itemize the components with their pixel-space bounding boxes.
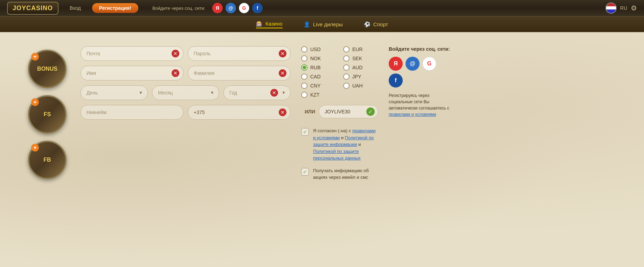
clear-date-button[interactable]: ✕	[270, 89, 278, 97]
phone-input[interactable]	[188, 105, 291, 120]
google-login-icon[interactable]: G	[239, 3, 249, 13]
promo-check-icon: ✓	[366, 107, 375, 116]
fs-label: FS	[44, 111, 51, 118]
firstname-input[interactable]	[81, 66, 183, 80]
right-terms-link[interactable]: правилами и условиями	[389, 112, 436, 117]
email-password-row: ✕ ✕	[81, 46, 291, 61]
name-row: ✕ ✕	[81, 66, 291, 80]
currency-aud-label: AUD	[352, 65, 363, 70]
nav-live-dealers[interactable]: 👤 Live дилеры	[304, 21, 343, 28]
sport-icon: ⚽	[364, 21, 371, 28]
register-button[interactable]: Регистрация!	[92, 3, 138, 13]
mail-login-icon[interactable]: @	[226, 3, 236, 13]
promo-text: Получать информацию об акциях через имей…	[313, 167, 378, 181]
nav-sport[interactable]: ⚽ Спорт	[364, 21, 388, 28]
social-text: Войдите через соц. сети:	[152, 6, 205, 11]
year-wrapper: Год 200019991998 ▼ ✕	[223, 85, 291, 100]
currency-cny-label: CNY	[310, 83, 321, 89]
currency-jpy-radio[interactable]	[343, 73, 349, 80]
currency-eur[interactable]: EUR	[343, 46, 378, 52]
currency-usd-label: USD	[310, 47, 321, 52]
day-select[interactable]: День 12345	[81, 85, 148, 100]
currency-cad[interactable]: CAD	[301, 73, 336, 80]
clear-email-button[interactable]: ✕	[172, 50, 179, 57]
email-input[interactable]	[81, 46, 183, 61]
agreement-terms: ✓ Я согласен (-на) с правилами и условия…	[301, 127, 378, 162]
right-google-icon[interactable]: G	[422, 57, 436, 71]
currency-cad-radio[interactable]	[301, 73, 307, 80]
language-selector[interactable]: RU	[620, 5, 627, 11]
currency-cny-radio[interactable]	[301, 83, 307, 89]
language-flag[interactable]	[605, 2, 617, 14]
logo: JOYCASINO	[7, 2, 58, 15]
currency-usd[interactable]: USD	[301, 46, 336, 52]
personal-data-link[interactable]: Политикой по защите персональных данных	[313, 149, 361, 161]
right-yandex-icon[interactable]: Я	[389, 57, 403, 71]
right-social-icons: Я @ G f	[389, 57, 452, 87]
currency-sek-label: SEK	[352, 56, 362, 61]
bonus-coin-bonus[interactable]: + BONUS	[28, 50, 67, 88]
nickname-phone-row: ✕	[81, 105, 291, 120]
currency-kzt-label: KZT	[310, 92, 319, 98]
currency-nok-radio[interactable]	[301, 55, 307, 62]
settings-icon[interactable]: ⚙	[631, 4, 637, 12]
clear-password-button[interactable]: ✕	[279, 50, 286, 57]
clear-firstname-button[interactable]: ✕	[172, 69, 179, 77]
lastname-field-wrapper: ✕	[188, 66, 291, 80]
currency-usd-radio[interactable]	[301, 46, 307, 52]
currency-cad-label: CAD	[310, 74, 321, 79]
lastname-input[interactable]	[188, 66, 291, 80]
date-row: День 12345 ▼ Месяц ЯнварьФевральМарт ▼ Г…	[81, 85, 291, 100]
bonus-coin-fs[interactable]: + FS	[28, 95, 67, 134]
currency-rub[interactable]: RUB	[301, 64, 336, 71]
right-social-panel: Войдите через соц. сети: Я @ G f Регистр…	[389, 46, 452, 267]
right-mail-icon[interactable]: @	[406, 57, 420, 71]
currency-uah-radio[interactable]	[343, 83, 349, 89]
nav-sport-label: Спорт	[373, 21, 388, 27]
currency-rub-radio[interactable]	[301, 64, 307, 71]
currency-rub-label: RUB	[310, 65, 321, 70]
promo-checkbox[interactable]: ✓	[301, 168, 309, 176]
bonus-plus-icon: +	[31, 53, 39, 61]
currency-kzt[interactable]: KZT	[301, 92, 336, 98]
currency-aud-radio[interactable]	[343, 64, 349, 71]
year-select[interactable]: Год 200019991998	[223, 85, 291, 100]
header-right: RU ⚙	[605, 2, 637, 14]
currency-eur-label: EUR	[352, 47, 363, 52]
registration-form: ✕ ✕ ✕ ✕ День 12345	[81, 46, 291, 267]
phone-field-wrapper: ✕	[188, 105, 291, 120]
login-button[interactable]: Вход	[65, 4, 85, 12]
nickname-input[interactable]	[81, 105, 183, 120]
currency-aud[interactable]: AUD	[343, 64, 378, 71]
currency-eur-radio[interactable]	[343, 46, 349, 52]
yandex-login-icon[interactable]: Я	[212, 3, 223, 13]
clear-lastname-button[interactable]: ✕	[279, 69, 286, 77]
fb-label: FB	[43, 157, 51, 163]
currency-sek-radio[interactable]	[343, 55, 349, 62]
right-facebook-icon[interactable]: f	[389, 73, 403, 87]
currency-cny[interactable]: CNY	[301, 83, 336, 89]
facebook-login-icon[interactable]: f	[252, 3, 263, 13]
month-select[interactable]: Месяц ЯнварьФевральМарт	[152, 85, 219, 100]
password-input[interactable]	[188, 46, 291, 61]
casino-icon: 🎰	[256, 21, 263, 27]
password-field-wrapper: ✕	[188, 46, 291, 61]
promo-section: ИЛИ ✓	[301, 105, 378, 118]
right-agreement-text: Регистрируясь через социальные сети Вы а…	[389, 92, 452, 118]
header: JOYCASINO Вход Регистрация! Войдите чере…	[0, 0, 644, 17]
terms-text: Я согласен (-на) с правилами и условиями…	[313, 127, 378, 162]
currency-uah-label: UAH	[352, 83, 363, 89]
currency-uah[interactable]: UAH	[343, 83, 378, 89]
currency-sek[interactable]: SEK	[343, 55, 378, 62]
nav-casino[interactable]: 🎰 Казино	[256, 21, 283, 28]
currency-nok[interactable]: NOK	[301, 55, 336, 62]
nickname-field-wrapper	[81, 105, 183, 120]
terms-checkbox[interactable]: ✓	[301, 128, 309, 136]
clear-phone-button[interactable]: ✕	[279, 108, 286, 116]
right-social-title: Войдите через соц. сети:	[389, 46, 452, 52]
fs-plus-icon: +	[31, 98, 39, 106]
nav-casino-label: Казино	[265, 21, 283, 27]
currency-jpy[interactable]: JPY	[343, 73, 378, 80]
currency-kzt-radio[interactable]	[301, 92, 307, 98]
bonus-coin-fb[interactable]: + FB	[28, 141, 67, 179]
